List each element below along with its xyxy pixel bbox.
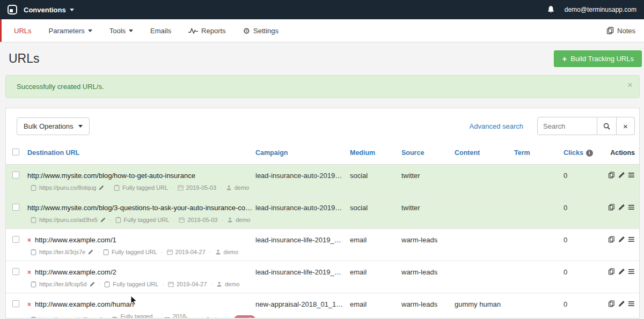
short-url[interactable]: https://ter.li/3rjs7e <box>39 249 85 255</box>
info-icon[interactable]: i <box>586 150 593 157</box>
clicks-cell: 0 <box>564 268 608 276</box>
edit-short-url-icon[interactable] <box>97 317 103 318</box>
row-checkbox[interactable] <box>12 172 19 179</box>
edit-short-url-icon[interactable] <box>88 249 93 255</box>
tab-emails[interactable]: Emails <box>150 27 171 35</box>
col-campaign[interactable]: Campaign <box>255 149 350 157</box>
tab-urls[interactable]: URLs <box>14 27 32 35</box>
duplicate-icon[interactable] <box>608 172 615 179</box>
row-menu-icon[interactable] <box>628 236 635 243</box>
build-tracking-urls-button[interactable]: + Build Tracking URLs <box>554 50 642 67</box>
edit-short-url-icon[interactable] <box>99 185 104 190</box>
medium-cell: email <box>350 300 401 308</box>
chevron-down-icon <box>88 29 92 32</box>
calendar-icon <box>168 281 174 287</box>
row-checkbox[interactable] <box>12 204 19 211</box>
nav-notes[interactable]: Notes <box>606 27 635 35</box>
page-title: URLs <box>9 51 40 66</box>
user-email[interactable]: demo@terminusapp.com <box>565 6 636 13</box>
page-head: URLs + Build Tracking URLs <box>0 42 644 75</box>
notifications-bell-icon[interactable] <box>547 5 555 14</box>
edit-short-url-icon[interactable] <box>90 281 95 287</box>
col-content[interactable]: Content <box>455 149 514 157</box>
source-cell: twitter <box>401 204 455 212</box>
delete-x-icon[interactable]: × <box>27 237 31 243</box>
edit-icon[interactable] <box>618 172 625 179</box>
row-menu-icon[interactable] <box>628 172 635 179</box>
col-destination-url[interactable]: Destination URL <box>27 149 255 157</box>
app-logo[interactable] <box>8 5 17 14</box>
copy-short-url-icon[interactable] <box>31 217 36 223</box>
row-checkbox[interactable] <box>12 300 19 307</box>
tag-status-icon <box>103 249 109 255</box>
edit-icon[interactable] <box>618 236 625 243</box>
source-cell: warm-leads <box>401 268 455 276</box>
search-button[interactable] <box>597 117 617 135</box>
tab-settings[interactable]: ⚙ Settings <box>243 27 279 35</box>
copy-short-url-icon[interactable] <box>31 249 36 255</box>
tab-reports[interactable]: Reports <box>188 27 226 35</box>
duplicate-icon[interactable] <box>608 300 615 307</box>
edit-icon[interactable] <box>618 268 625 275</box>
row-checkbox[interactable] <box>12 236 19 243</box>
delete-x-icon[interactable]: × <box>27 269 31 276</box>
col-clicks[interactable]: Clicks <box>564 149 583 157</box>
row-checkbox[interactable] <box>12 268 19 275</box>
user-icon <box>216 281 222 287</box>
short-url[interactable]: https://puru.co/ad3hx5 <box>39 217 98 223</box>
edit-icon[interactable] <box>618 300 625 307</box>
delete-x-icon[interactable]: × <box>27 301 31 308</box>
tab-tools[interactable]: Tools <box>109 27 133 35</box>
tag-status-icon <box>104 281 110 287</box>
copy-short-url-icon[interactable] <box>31 184 36 191</box>
tab-parameters[interactable]: Parameters <box>49 27 92 35</box>
copy-short-url-icon[interactable] <box>31 281 36 287</box>
separator-dot: · <box>108 184 110 191</box>
short-url[interactable]: https://puru.co/8otqug <box>39 184 96 191</box>
tag-status-icon <box>112 316 118 318</box>
separator-dot: · <box>210 281 213 287</box>
row-menu-icon[interactable] <box>628 204 635 211</box>
edit-icon[interactable] <box>618 204 625 211</box>
row-menu-icon[interactable] <box>628 268 635 275</box>
separator-dot: · <box>109 217 112 223</box>
destination-url-link[interactable]: http://www.example.com/human <box>35 300 134 308</box>
short-url[interactable]: https://ter.li/fcsp5d <box>39 281 87 287</box>
bulk-operations-button[interactable]: Bulk Operations <box>17 117 90 135</box>
clicks-cell: 0 <box>564 236 608 244</box>
separator-dot: · <box>106 316 108 318</box>
destination-url-link[interactable]: http://www.mysite.com/blog/3-questions-t… <box>27 204 255 212</box>
created-date: 2019-04-27 <box>177 281 207 287</box>
search-input[interactable] <box>537 117 597 135</box>
col-source[interactable]: Source <box>401 149 455 157</box>
row-menu-icon[interactable] <box>628 300 635 307</box>
topbar-right: demo@terminusapp.com <box>547 5 636 14</box>
col-medium[interactable]: Medium <box>350 149 401 157</box>
separator-dot: · <box>221 217 223 223</box>
short-url[interactable]: https://puru.co/te8jen <box>39 316 94 318</box>
destination-url-link[interactable]: http://www.mysite.com/blog/how-to-get-au… <box>27 172 195 180</box>
select-all-checkbox[interactable] <box>12 149 19 155</box>
user-icon <box>227 217 233 223</box>
separator-dot: · <box>161 249 163 255</box>
user-icon <box>215 249 221 255</box>
created-by: demo <box>225 281 240 287</box>
col-term[interactable]: Term <box>514 149 564 157</box>
tab-label: Reports <box>201 27 226 35</box>
advanced-search-link[interactable]: Advanced search <box>470 122 523 130</box>
destination-url-link[interactable]: http://www.example.com/1 <box>35 236 116 244</box>
table-row: http://www.mysite.com/blog/3-questions-t… <box>6 197 639 229</box>
duplicate-icon[interactable] <box>608 204 615 211</box>
calendar-icon <box>167 249 173 255</box>
conventions-menu[interactable]: Conventions <box>24 6 74 14</box>
search-clear-button[interactable]: × <box>617 117 635 135</box>
duplicate-icon[interactable] <box>608 268 615 275</box>
source-cell: warm-leads <box>401 236 455 244</box>
edit-short-url-icon[interactable] <box>100 217 106 222</box>
destination-url-link[interactable]: http://www.example.com/2 <box>35 268 116 276</box>
duplicate-icon[interactable] <box>608 236 615 243</box>
medium-cell: email <box>350 268 401 276</box>
separator-dot: · <box>162 281 164 287</box>
copy-short-url-icon[interactable] <box>31 316 36 318</box>
alert-close-icon[interactable]: × <box>627 80 633 90</box>
